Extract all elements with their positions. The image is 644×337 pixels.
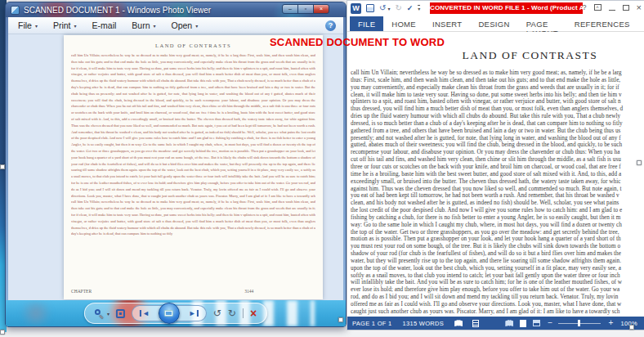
word-status-bar: PAGE 1 OF 1 1315 WORDS − + 100% bbox=[347, 317, 644, 330]
tab-insert[interactable]: INSERT bbox=[424, 16, 470, 31]
maximize-button[interactable]: ▫ bbox=[297, 4, 314, 14]
open-menu[interactable]: Open▾ bbox=[172, 20, 199, 30]
selection-handle[interactable] bbox=[629, 325, 634, 330]
close-button[interactable]: × bbox=[637, 3, 642, 11]
read-mode-icon[interactable] bbox=[505, 320, 513, 326]
doc-text-line: you must rest your rod on some bough, of… bbox=[351, 243, 644, 250]
tab-references[interactable]: REFERENCES bbox=[566, 16, 638, 31]
doc-text-line: thus dressed, you will find him a much b… bbox=[351, 106, 644, 113]
magnifier-icon bbox=[95, 309, 104, 318]
word-document-area[interactable]: LAND OF CONTRASTS call him Un Villain; n… bbox=[347, 32, 644, 317]
doc-text-line: presently; and not washed after he is gu… bbox=[351, 135, 644, 142]
doc-text-line: recompense your labour, and disabuse you… bbox=[351, 149, 644, 156]
photo-viewer-title: SCANNED DOCUMENT 1 - Windows Photo Viewe… bbox=[24, 6, 211, 15]
selection-handle[interactable] bbox=[637, 160, 642, 165]
zoom-slider-thumb[interactable] bbox=[578, 320, 580, 326]
customize-qat-caret-icon[interactable]: ▾ bbox=[418, 5, 420, 11]
doc-text-line: motion as is possible. Then put a grassh… bbox=[351, 236, 644, 243]
photo-viewer-app-icon bbox=[11, 6, 20, 15]
actual-size-icon[interactable] bbox=[116, 309, 125, 318]
undo-button[interactable]: ↺ bbox=[379, 3, 386, 13]
word-title-highlight: CONVERTED IN WORD FILE 1 - Word (Product… bbox=[430, 2, 583, 14]
doc-text-line: dries up the fluid watery humour with wh… bbox=[351, 113, 644, 120]
help-icon[interactable]: ? bbox=[583, 3, 587, 11]
undo-dropdown-caret-icon[interactable]: ▾ bbox=[387, 6, 390, 11]
burn-menu[interactable]: Burn▾ bbox=[132, 20, 155, 30]
doc-text-line: water, but they will presently rise up t… bbox=[351, 258, 644, 265]
rotate-clockwise-button[interactable]: ↻ bbox=[228, 308, 236, 318]
divider bbox=[243, 308, 244, 318]
web-layout-icon[interactable] bbox=[533, 320, 540, 326]
tab-design[interactable]: DESIGN bbox=[470, 16, 517, 31]
selection-handle[interactable] bbox=[0, 330, 5, 335]
zoom-in-button[interactable]: + bbox=[608, 319, 613, 327]
doc-text-line: cut off his tail and fins, and washed hi… bbox=[351, 156, 644, 164]
document-title: LAND OF CONTRASTS bbox=[382, 49, 644, 62]
page-count-label[interactable]: PAGE 1 OF 1 bbox=[352, 320, 392, 327]
proofing-errors-icon[interactable] bbox=[454, 320, 463, 326]
word-window-buttons: ? ˄ × bbox=[583, 3, 642, 11]
photo-viewer-content: LAND OF CONTRASTS call him Un Villain; n… bbox=[8, 34, 343, 300]
doc-text-line: upon the top of the water, look out the … bbox=[351, 265, 644, 272]
doc-text-line: the top of the water. Get two or three g… bbox=[351, 229, 644, 236]
doc-text-line: softly as a snail moves, to that club yo… bbox=[351, 272, 644, 280]
photo-viewer-window-buttons: – ▫ × bbox=[283, 4, 329, 14]
quick-access-toolbar: W ↺ ▾ ↻ ✓ ▾ bbox=[351, 2, 420, 14]
zoom-slider[interactable] bbox=[558, 319, 601, 327]
rotate-counterclockwise-button[interactable]: ↺ bbox=[213, 308, 221, 318]
previous-button[interactable]: ◄ bbox=[140, 309, 150, 317]
chevron-down-icon: ▾ bbox=[35, 23, 38, 29]
annotation-text: SCANNED DOCUMENT TO WORD bbox=[270, 36, 445, 48]
doc-text-line: will infallibly take the bait. And you w… bbox=[351, 279, 644, 286]
print-menu[interactable]: Print▾ bbox=[53, 20, 77, 30]
delete-button[interactable]: × bbox=[250, 308, 257, 319]
doc-text-line: clean, and his body not washed after he … bbox=[351, 200, 644, 207]
chevron-down-icon: ▾ bbox=[74, 23, 77, 29]
play-slideshow-button[interactable] bbox=[159, 303, 180, 324]
help-icon[interactable]: ? bbox=[325, 20, 336, 31]
doc-text-line: time he is a broiling, baste him with th… bbox=[351, 171, 644, 178]
word-titlebar[interactable]: W ↺ ▾ ↻ ✓ ▾ CONVERTED IN WORD FILE 1 - W… bbox=[347, 1, 644, 16]
scanned-page-image: LAND OF CONTRASTS call him Un Villain; n… bbox=[64, 35, 323, 299]
selection-handle[interactable] bbox=[338, 317, 343, 322]
doc-text-line: thus: First, scale him, and then wash hi… bbox=[351, 77, 644, 84]
word-logo-icon: W bbox=[351, 3, 361, 14]
close-button[interactable]: × bbox=[313, 4, 329, 14]
tab-file[interactable]: FILE bbox=[350, 16, 383, 31]
email-button[interactable]: E-mail bbox=[92, 20, 117, 30]
screenshot-root: SCANNED DOCUMENT 1 - Windows Photo Viewe… bbox=[0, 0, 644, 337]
language-icon[interactable] bbox=[472, 320, 479, 327]
spelling-grammar-icon[interactable]: ✓ bbox=[407, 3, 414, 13]
print-layout-icon[interactable] bbox=[520, 320, 526, 327]
doc-text-line: gathered from a tree, and others that ha… bbox=[351, 128, 644, 135]
word-doc-body: call him Un Villain; nevertheless he way… bbox=[347, 70, 644, 316]
photo-viewer-titlebar[interactable]: SCANNED DOCUMENT 1 - Windows Photo Viewe… bbox=[6, 2, 346, 17]
minimize-button[interactable]: – bbox=[282, 4, 298, 14]
save-button[interactable] bbox=[366, 4, 374, 12]
word-count-label[interactable]: 1315 WORDS bbox=[403, 320, 445, 327]
zoom-out-button[interactable]: − bbox=[548, 319, 552, 327]
doc-text-line: gutted, abates much of their sweetness; … bbox=[351, 142, 644, 149]
doc-text-line: against him. Thus was the cheven dressed… bbox=[351, 186, 644, 193]
file-menu[interactable]: File▾ bbox=[18, 20, 38, 30]
doc-text-line: exceedingly small, or bruised into the b… bbox=[351, 178, 644, 186]
photo-viewer-control-bar: ▾ ◄ ► ↺ ↻ × bbox=[6, 300, 346, 326]
zoom-control[interactable]: ▾ bbox=[95, 309, 110, 318]
selection-handle[interactable] bbox=[0, 164, 5, 169]
maximize-button[interactable] bbox=[623, 5, 629, 11]
tab-mailings[interactable]: MAILINGS bbox=[638, 16, 644, 31]
ribbon-tabs: FILEHOMEINSERTDESIGNPAGE LAYOUTREFERENCE… bbox=[347, 16, 644, 32]
scan-page-number: 3144 bbox=[244, 289, 253, 294]
photo-controls-pill: ▾ ◄ ► ↺ ↻ × bbox=[84, 303, 267, 324]
minimize-button[interactable] bbox=[609, 10, 615, 11]
ribbon-display-options-icon[interactable]: ˄ bbox=[594, 4, 602, 11]
slideshow-icon bbox=[164, 310, 173, 317]
redo-button[interactable]: ↻ bbox=[395, 3, 401, 13]
tab-page-layout[interactable]: PAGE LAYOUT bbox=[518, 16, 566, 31]
tab-home[interactable]: HOME bbox=[383, 16, 424, 31]
scan-body-text: call him Un Villain; nevertheless he way… bbox=[71, 52, 315, 283]
doc-text-line: splinters to a spit, and roast him, bast… bbox=[351, 98, 644, 106]
next-button[interactable]: ► bbox=[189, 309, 199, 317]
doc-text-line: you may conveniently, and especially mak… bbox=[351, 84, 644, 92]
doc-text-line: you eat of had been kept till tomorrow, … bbox=[351, 192, 644, 200]
